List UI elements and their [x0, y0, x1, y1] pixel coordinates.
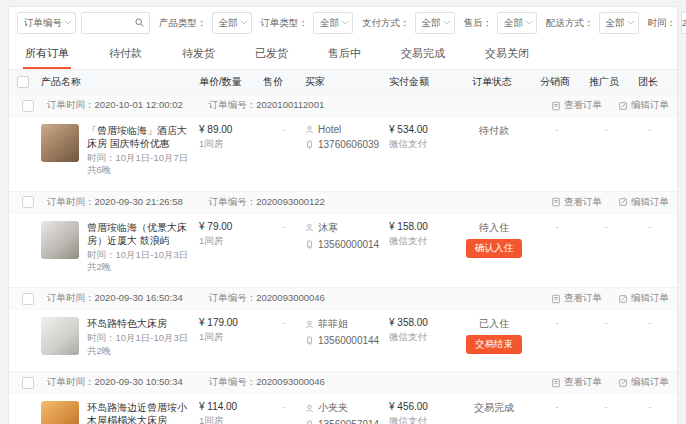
order-group: 订单时间：2020-09-30 21:26:58 订单编号：2020093000…	[9, 191, 677, 282]
unit-price: ¥ 89.00	[199, 124, 263, 135]
order-time-label: 订单时间：	[47, 99, 95, 110]
tab-all-orders[interactable]: 所有订单	[23, 39, 71, 69]
buyer-name: 沐寒	[318, 221, 338, 235]
person-icon	[305, 404, 314, 413]
date-from-input[interactable]: 2020-09-10	[681, 12, 686, 34]
col-unit-price: 单价/数量	[199, 75, 263, 89]
product-name: 「曾厝垵临海」酒店大床房 国庆特价优惠	[87, 124, 193, 150]
promoter: -	[581, 401, 631, 412]
paid-amount: ¥ 534.00	[389, 124, 455, 135]
quantity: 1间房	[199, 235, 263, 248]
paid-amount: ¥ 358.00	[389, 317, 455, 328]
col-distributor: 分销商	[533, 75, 581, 89]
select-all-checkbox[interactable]	[17, 76, 29, 88]
sale-price: -	[263, 401, 305, 412]
buyer-phone: 13560057014	[318, 419, 379, 424]
pay-method: 微信支付	[389, 415, 455, 424]
chevron-down-icon	[240, 20, 248, 25]
col-order-status: 订单状态	[455, 75, 533, 89]
pay-method: 微信支付	[389, 331, 455, 344]
order-number: 2020093000122	[256, 196, 325, 207]
order-type-label: 订单类型：	[261, 17, 309, 30]
chevron-down-icon	[525, 20, 533, 25]
delivery-select[interactable]: 全部	[599, 12, 639, 34]
promoter: -	[581, 221, 631, 232]
order-group-header: 订单时间：2020-09-30 21:26:58 订单编号：2020093000…	[9, 191, 677, 214]
order-group-header: 订单时间：2020-09-30 16:50:34 订单编号：2020093000…	[9, 287, 677, 310]
order-time-label: 订单时间：	[47, 376, 95, 387]
chevron-down-icon	[443, 20, 451, 25]
product-date: 时间：10月1日-10月7日 共6晚	[87, 152, 193, 177]
product-date: 时间：10月1日-10月3日 共2晚	[87, 249, 193, 274]
chevron-down-icon	[341, 20, 349, 25]
edit-icon	[618, 101, 628, 111]
quantity: 1间房	[199, 331, 263, 344]
order-no-label: 订单编号：	[209, 292, 257, 303]
search-box	[81, 12, 150, 34]
order-time: 2020-10-01 12:00:02	[95, 99, 183, 110]
buyer-phone: 13560000014	[318, 239, 379, 250]
person-icon	[305, 223, 314, 232]
order-time: 2020-09-30 10:50:34	[95, 376, 183, 387]
order-group: 订单时间：2020-10-01 12:00:02 订单编号：2020100112…	[9, 94, 677, 185]
paid-amount: ¥ 456.00	[389, 401, 455, 412]
view-order-button[interactable]: 查看订单	[551, 196, 602, 209]
tab-shipped[interactable]: 已发货	[253, 39, 290, 69]
edit-icon	[618, 197, 628, 207]
person-icon	[305, 125, 314, 134]
order-time-label: 订单时间：	[47, 292, 95, 303]
distributor: -	[533, 317, 581, 328]
order-row: 「曾厝垵临海」酒店大床房 国庆特价优惠 时间：10月1日-10月7日 共6晚 ¥…	[9, 117, 677, 185]
view-order-button[interactable]: 查看订单	[551, 99, 602, 112]
tab-completed[interactable]: 交易完成	[399, 39, 447, 69]
edit-order-button[interactable]: 编辑订单	[618, 196, 669, 209]
order-group-header: 订单时间：2020-09-30 10:50:34 订单编号：2020093000…	[9, 371, 677, 394]
product-type-select[interactable]: 全部	[212, 12, 252, 34]
buyer-name: 菲菲姐	[318, 317, 348, 331]
col-sale-price: 售价	[263, 75, 305, 89]
group-leader: -	[631, 221, 669, 232]
tab-after-sale[interactable]: 售后中	[326, 39, 363, 69]
product-thumbnail	[41, 124, 79, 162]
order-no-label: 订单编号：	[209, 99, 257, 110]
order-group: 订单时间：2020-09-30 16:50:34 订单编号：2020093000…	[9, 287, 677, 365]
person-icon	[305, 320, 314, 329]
pay-method-label: 支付方式：	[362, 17, 410, 30]
product-date: 时间：10月1日-10月3日 共2晚	[87, 332, 193, 357]
view-order-button[interactable]: 查看订单	[551, 292, 602, 305]
tab-pending-payment[interactable]: 待付款	[107, 39, 144, 69]
confirm-checkin-button[interactable]: 确认入住	[466, 239, 522, 258]
pay-method-select[interactable]: 全部	[415, 12, 455, 34]
filter-bar: 订单编号 产品类型： 全部 订单类型： 全部 支付方式： 全部 售后：	[9, 7, 677, 39]
search-type-select[interactable]: 订单编号	[17, 12, 76, 34]
order-time-label: 订单时间：	[47, 196, 95, 207]
edit-icon	[618, 294, 628, 304]
order-checkbox[interactable]	[22, 196, 34, 208]
view-order-button[interactable]: 查看订单	[551, 376, 602, 389]
distributor: -	[533, 124, 581, 135]
edit-order-button[interactable]: 编辑订单	[618, 376, 669, 389]
finish-trade-button[interactable]: 交易结束	[466, 335, 522, 354]
phone-icon	[305, 240, 314, 249]
order-checkbox[interactable]	[22, 377, 34, 389]
order-checkbox[interactable]	[22, 100, 34, 112]
edit-icon	[618, 378, 628, 388]
tab-pending-shipment[interactable]: 待发货	[180, 39, 217, 69]
search-icon[interactable]	[134, 17, 145, 28]
edit-order-button[interactable]: 编辑订单	[618, 99, 669, 112]
edit-order-button[interactable]: 编辑订单	[618, 292, 669, 305]
after-sale-select[interactable]: 全部	[497, 12, 537, 34]
order-number: 2020093000046	[256, 292, 325, 303]
tab-closed[interactable]: 交易关闭	[483, 39, 531, 69]
group-leader: -	[631, 317, 669, 328]
product-type-label: 产品类型：	[159, 17, 207, 30]
order-type-select[interactable]: 全部	[313, 12, 353, 34]
distributor: -	[533, 221, 581, 232]
order-management-panel: 订单编号 产品类型： 全部 订单类型： 全部 支付方式： 全部 售后：	[8, 6, 678, 424]
paid-amount: ¥ 158.00	[389, 221, 455, 232]
document-icon	[551, 294, 561, 304]
order-checkbox[interactable]	[22, 293, 34, 305]
product-name: 环岛路特色大床房	[87, 317, 193, 330]
promoter: -	[581, 317, 631, 328]
document-icon	[551, 197, 561, 207]
